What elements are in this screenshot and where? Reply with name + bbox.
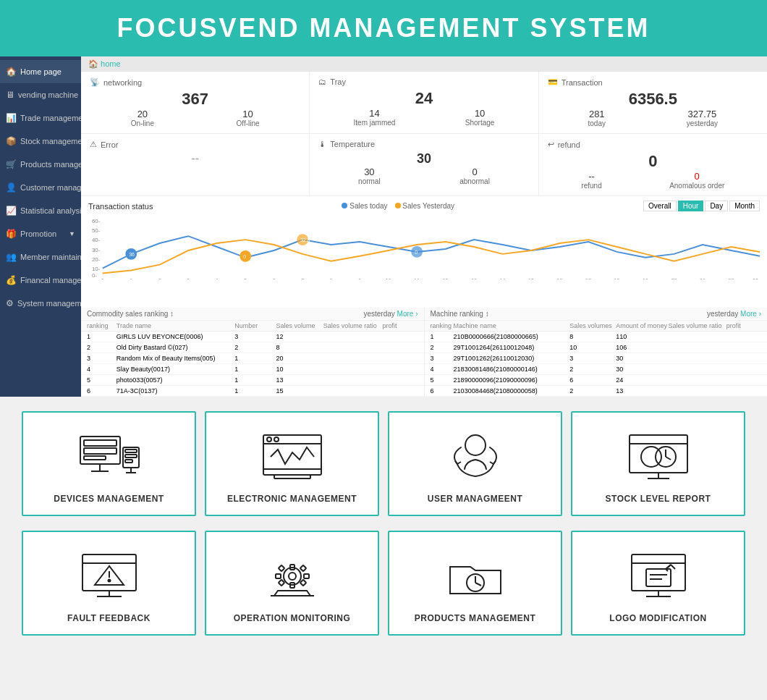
- svg-text:17: 17: [585, 278, 591, 279]
- chart-controls: Overall Hour Day Month: [643, 201, 760, 211]
- fault-icon: [73, 547, 145, 604]
- card-electronic-label: ELECTRONIC MANAGEMENT: [227, 494, 357, 504]
- commodity-col-headers: ranking Trade name Number Sales volume S…: [81, 321, 424, 332]
- svg-line-91: [671, 565, 675, 569]
- sidebar-item-system[interactable]: ⚙ System management: [0, 292, 81, 315]
- commodity-more-link[interactable]: More ›: [397, 310, 418, 318]
- card-stock[interactable]: STOCK LEVEL REPORT: [571, 411, 745, 516]
- card-logo[interactable]: LOGO MODIFICATION: [571, 531, 745, 636]
- card-devices[interactable]: DEVICES MANAGEMENT: [22, 411, 196, 516]
- chart-area: Transaction status Sales today Sales Yes…: [81, 196, 767, 308]
- sidebar-item-stats[interactable]: 📈 Statistical analysis ▼: [0, 199, 81, 222]
- commodity-table: Commodity sales ranking ↕ yesterday More…: [81, 308, 425, 397]
- breadcrumb-home[interactable]: 🏠 home: [88, 59, 121, 68]
- sidebar-label-stats: Statistical analysis: [20, 206, 81, 215]
- machine-more-link[interactable]: More ›: [740, 310, 761, 318]
- svg-text:36: 36: [129, 252, 135, 257]
- table-row: 671A-3C(0137)115: [81, 386, 424, 397]
- svg-text:10-: 10-: [92, 266, 101, 272]
- table-row: 521890000096(21090000096)624: [425, 375, 768, 386]
- chart-btn-hour[interactable]: Hour: [678, 201, 704, 211]
- jammed-num: 14: [354, 108, 396, 119]
- svg-line-63: [666, 457, 671, 460]
- sidebar-item-customer[interactable]: 👤 Customer management: [0, 176, 81, 199]
- card-devices-label: DEVICES MANAGEMENT: [54, 494, 164, 504]
- sidebar-item-member[interactable]: 👥 Member maintain ▼: [0, 245, 81, 269]
- dashboard: 🏠 home 📡networking 367 20On-line 10Off-l…: [81, 56, 767, 397]
- sidebar-item-vending[interactable]: 🖥 vending machine ▼: [0, 83, 81, 106]
- legend-yesterday: Sales Yesterday: [395, 202, 455, 210]
- svg-text:9: 9: [358, 278, 361, 279]
- card-products[interactable]: PRODUCTS MANAGEMENT: [388, 531, 562, 636]
- shortage-label: Shortage: [465, 119, 495, 127]
- customer-icon: 👤: [6, 182, 17, 193]
- card-fault-label: FAULT FEEDBACK: [67, 613, 151, 623]
- anomalous-num: 0: [669, 171, 724, 182]
- svg-text:5: 5: [244, 278, 247, 279]
- svg-rect-58: [630, 435, 687, 473]
- sidebar-item-products[interactable]: 🛒 Products management: [0, 153, 81, 176]
- stat-transaction-sub: 281today 327.75yesterday: [548, 109, 758, 127]
- svg-text:6: 6: [273, 278, 276, 279]
- sidebar-label-system: System management: [17, 299, 81, 308]
- svg-rect-50: [125, 460, 132, 463]
- svg-text:20: 20: [671, 278, 677, 279]
- chart-svg: 60- 50- 40- 30- 20- 10- 0- 36 0 32.8 0: [88, 214, 760, 279]
- stat-networking: 📡networking 367 20On-line 10Off-line: [81, 72, 310, 133]
- stat-tray-main: 24: [318, 89, 529, 108]
- chart-header: Transaction status Sales today Sales Yes…: [88, 201, 760, 211]
- svg-text:2: 2: [158, 278, 161, 279]
- sidebar-label-customer: Customer management: [20, 183, 81, 192]
- card-logo-label: LOGO MODIFICATION: [609, 613, 706, 623]
- card-stock-label: STOCK LEVEL REPORT: [606, 494, 711, 504]
- sidebar-label-stock: Stock management: [20, 137, 81, 146]
- yesterday-num: 327.75: [687, 109, 718, 119]
- svg-text:16: 16: [557, 278, 563, 279]
- sidebar-item-promo[interactable]: 🎁 Promotion ▼: [0, 222, 81, 245]
- svg-rect-79: [278, 565, 284, 570]
- electronic-icon: [256, 427, 329, 485]
- stat-networking-title: 📡networking: [90, 77, 300, 87]
- card-grid-row1: DEVICES MANAGEMENT ELECTRONIC MANAGEMENT: [0, 397, 767, 531]
- sidebar-item-home[interactable]: 🏠 Home page: [0, 60, 81, 83]
- table-row: 5photo033(0057)113: [81, 375, 424, 386]
- svg-text:14: 14: [500, 278, 506, 279]
- finance-icon: 💰: [6, 275, 17, 285]
- svg-text:1: 1: [130, 278, 132, 279]
- card-fault[interactable]: FAULT FEEDBACK: [22, 531, 196, 636]
- offline-num: 10: [237, 109, 260, 119]
- svg-rect-81: [278, 579, 284, 585]
- table-row: 421830081486(21080000146)230: [425, 364, 768, 375]
- card-operation[interactable]: OPERATION MONITORING: [205, 531, 379, 636]
- refund-num: --: [581, 171, 601, 182]
- svg-text:0: 0: [101, 278, 104, 279]
- chart-btn-month[interactable]: Month: [729, 201, 760, 211]
- card-products-label: PRODUCTS MANAGEMENT: [415, 613, 536, 623]
- stat-transaction-title: 💳Transaction: [548, 77, 758, 87]
- stat-tray-title: 🗂Tray: [318, 77, 529, 86]
- table-row: 1GIRLS LUV BEYONCE(0006)312: [81, 332, 424, 342]
- chart-title: Transaction status: [88, 202, 153, 211]
- chart-btn-overall[interactable]: Overall: [643, 201, 677, 211]
- card-electronic[interactable]: ELECTRONIC MANAGEMENT: [205, 411, 379, 516]
- sidebar-item-finance[interactable]: 💰 Financal management: [0, 269, 81, 292]
- yesterday-label: yesterday: [687, 119, 718, 127]
- svg-text:7: 7: [301, 278, 304, 279]
- sidebar: 🏠 Home page 🖥 vending machine ▼ 📊 Trade …: [0, 56, 81, 397]
- svg-rect-49: [125, 455, 137, 457]
- svg-point-53: [267, 437, 271, 442]
- sidebar-item-trade[interactable]: 📊 Trade management ▼: [0, 106, 81, 130]
- card-user[interactable]: USER MANAGMEENT: [388, 411, 562, 516]
- chart-btn-day[interactable]: Day: [705, 201, 728, 211]
- svg-text:22: 22: [729, 278, 734, 279]
- svg-point-57: [465, 435, 486, 455]
- svg-text:3: 3: [187, 278, 190, 279]
- offline-label: Off-line: [237, 119, 260, 127]
- member-icon: 👥: [6, 252, 17, 262]
- logo-icon: [622, 547, 695, 604]
- vending-icon: 🖥: [6, 90, 14, 100]
- sidebar-item-stock[interactable]: 📦 Stock management ▼: [0, 130, 81, 153]
- svg-rect-48: [125, 450, 137, 452]
- stat-temperature-sub: 30normal 0abnormal: [318, 166, 529, 185]
- machine-table: Machine ranking ↕ yesterday More › ranki…: [425, 308, 768, 397]
